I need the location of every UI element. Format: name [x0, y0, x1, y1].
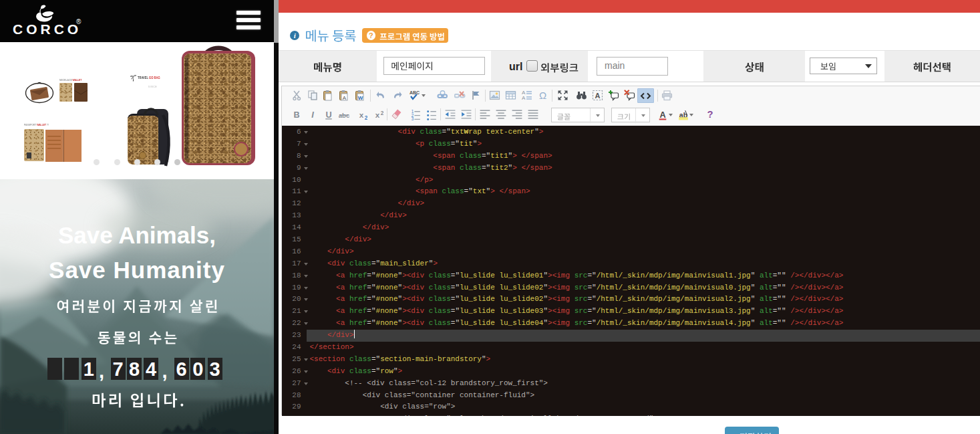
svg-text:Ω: Ω — [539, 90, 546, 101]
svg-text:ABC: ABC — [410, 90, 420, 95]
svg-text:I: I — [311, 110, 314, 120]
svg-text:A: A — [659, 110, 665, 120]
svg-text:x: x — [359, 110, 364, 119]
svg-text:A: A — [522, 95, 526, 101]
svg-text:W: W — [358, 95, 363, 101]
svg-text:2: 2 — [365, 114, 367, 120]
svg-text:U: U — [325, 110, 331, 120]
svg-text:x: x — [375, 110, 380, 119]
svg-text:A: A — [595, 92, 601, 100]
svg-text:2: 2 — [381, 110, 383, 116]
svg-text:A: A — [343, 95, 347, 101]
svg-text:B: B — [293, 110, 299, 120]
svg-text:?: ? — [707, 109, 713, 120]
svg-text:3: 3 — [412, 116, 414, 120]
